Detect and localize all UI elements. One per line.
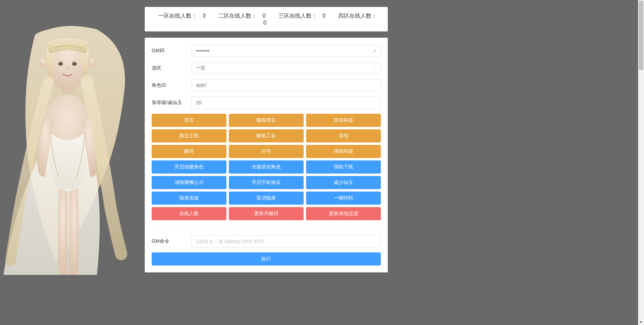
svg-point-4 bbox=[72, 62, 77, 66]
role-id-label: 角色ID bbox=[152, 82, 191, 89]
skip-main-button[interactable]: 跳过主线 bbox=[152, 129, 226, 142]
add-level-button[interactable]: 增加等级 bbox=[306, 145, 381, 158]
gm-code-label: GM码 bbox=[152, 48, 191, 54]
stealth-speed-button[interactable]: 隐身加速 bbox=[152, 192, 226, 205]
zone-select[interactable] bbox=[191, 62, 381, 74]
gm-command-label: GM命令 bbox=[152, 238, 191, 244]
character-artwork bbox=[0, 19, 133, 275]
svg-point-5 bbox=[66, 44, 69, 47]
zone3-online: 三区在线人数：0 bbox=[276, 13, 329, 19]
zone1-online: 一区在线人数：3 bbox=[155, 13, 208, 19]
unban-button[interactable]: 解封 bbox=[152, 145, 226, 158]
clear-bag-button[interactable]: 清包 bbox=[306, 129, 381, 142]
enable-phone-verify-button[interactable]: 开启手机验证 bbox=[229, 176, 304, 189]
force-offline-button[interactable]: 强制下线 bbox=[306, 160, 381, 174]
divider bbox=[152, 228, 381, 228]
disable-create-role-button[interactable]: 全服禁创角色 bbox=[229, 160, 304, 174]
scrollbar-thumb[interactable] bbox=[639, 1, 643, 70]
unmute-button[interactable]: 解除禁言 bbox=[229, 114, 304, 127]
cancel-stealth-button[interactable]: 取消隐身 bbox=[229, 192, 304, 205]
dissolve-guild-button[interactable]: 解散工会 bbox=[229, 129, 304, 142]
online-count-header: 一区在线人数：3 二区在线人数：0 三区在线人数：0 四区在线人数：0 bbox=[145, 7, 388, 31]
zone-select-label: 选区 bbox=[152, 65, 191, 71]
online-count-button[interactable]: 在线人数 bbox=[152, 207, 226, 220]
scroll-down-icon[interactable]: ▼ bbox=[638, 319, 644, 325]
gm-form-panel: GM码 👁 选区 ⌄ 角色ID 加等级/减仙玉 禁言 解除禁言 策划神器 bbox=[145, 38, 388, 272]
execute-button[interactable]: 执行 bbox=[152, 252, 381, 266]
update-clearbag-filter-button[interactable]: 更新清包过滤 bbox=[306, 207, 381, 220]
clear-stall-notice-button[interactable]: 清除摆摊公示 bbox=[152, 176, 226, 189]
change-job-button[interactable]: 一键转职 bbox=[306, 192, 381, 205]
enable-create-role-button[interactable]: 开启创建角色 bbox=[152, 160, 226, 174]
ban-button[interactable]: 封号 bbox=[229, 145, 304, 158]
gm-code-input[interactable] bbox=[191, 45, 381, 57]
amount-input[interactable] bbox=[191, 96, 381, 109]
mute-button[interactable]: 禁言 bbox=[152, 114, 226, 127]
update-keywords-button[interactable]: 更新关键词 bbox=[229, 207, 304, 220]
reduce-jade-button[interactable]: 减少仙玉 bbox=[306, 176, 381, 189]
gm-command-input[interactable] bbox=[191, 235, 381, 248]
scrollbar[interactable]: ▲ ▼ bbox=[638, 0, 644, 325]
planner-weapon-button[interactable]: 策划神器 bbox=[306, 114, 381, 127]
svg-point-3 bbox=[58, 62, 63, 66]
main-panel: 一区在线人数：3 二区在线人数：0 三区在线人数：0 四区在线人数：0 GM码 … bbox=[145, 0, 388, 272]
zone2-online: 二区在线人数：0 bbox=[215, 13, 268, 19]
role-id-input[interactable] bbox=[191, 79, 381, 92]
amount-label: 加等级/减仙玉 bbox=[152, 100, 191, 106]
